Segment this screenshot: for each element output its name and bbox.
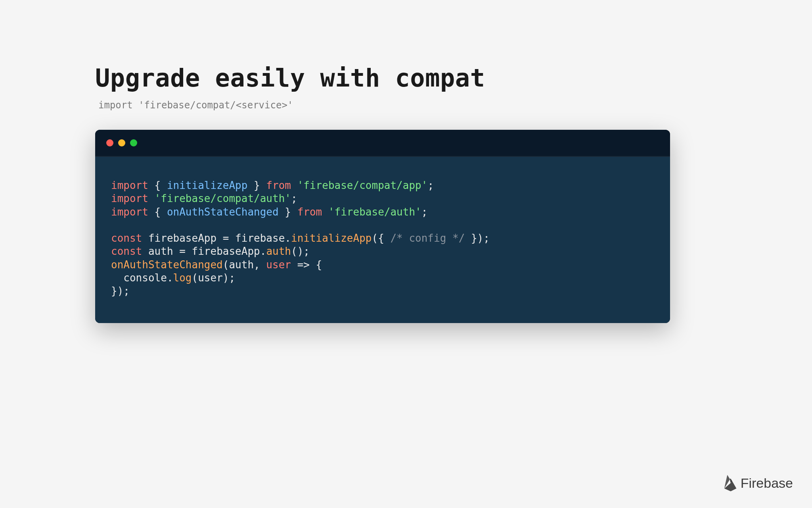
code-token: /* config */ [390,232,465,244]
code-token: ; [427,179,434,191]
slide-title: Upgrade easily with compat [95,64,717,92]
window-header [95,130,670,157]
code-token: firebaseApp [192,245,260,257]
slide-subtitle: import 'firebase/compat/<service>' [98,100,717,111]
code-token: { [148,206,167,218]
code-token: import [111,192,148,204]
code-token: 'firebase/auth' [328,206,421,218]
code-token: console [123,272,167,284]
code-line: import { initializeApp } from 'firebase/… [111,179,654,192]
code-token: from [266,179,291,191]
code-token: firebaseApp [148,232,216,244]
code-token: user [198,272,223,284]
code-token [111,272,123,284]
code-token: ( [192,272,198,284]
code-token: , [254,259,266,271]
code-token: user [266,259,291,271]
code-token: } [247,179,266,191]
code-token [291,179,297,191]
firebase-flame-icon [724,475,737,491]
code-token: onAuthStateChanged [111,259,223,271]
code-token: const [111,232,142,244]
code-token: const [111,245,142,257]
code-token: { [148,179,167,191]
code-token: import [111,206,148,218]
slide-content: Upgrade easily with compat import 'fireb… [0,0,812,323]
code-line: import 'firebase/compat/auth'; [111,192,654,205]
code-token: (); [291,245,310,257]
code-token [148,192,155,204]
code-token: initializeApp [291,232,372,244]
code-token: auth [229,259,254,271]
code-token: . [285,232,291,244]
code-token [142,245,148,257]
code-line: const auth = firebaseApp.auth(); [111,245,654,258]
code-token: 'firebase/compat/app' [297,179,428,191]
code-token: import [111,179,148,191]
code-line: console.log(user); [111,271,654,285]
code-token: = [216,232,235,244]
code-token: } [279,206,297,218]
code-token [142,232,148,244]
code-token: ({ [372,232,390,244]
code-token: from [297,206,322,218]
code-line: onAuthStateChanged(auth, user => { [111,258,654,271]
code-token: => { [291,259,322,271]
code-token: initializeApp [167,179,248,191]
code-token: . [167,272,173,284]
code-window: import { initializeApp } from 'firebase/… [95,130,670,323]
code-line: import { onAuthStateChanged } from 'fire… [111,206,654,219]
code-body: import { initializeApp } from 'firebase/… [95,157,670,323]
traffic-light-red-icon [106,139,113,146]
code-token: }); [111,285,130,297]
code-token: log [173,272,192,284]
code-token [322,206,328,218]
code-token: 'firebase/compat/auth' [155,192,291,204]
code-token: ; [421,206,428,218]
code-line: }); [111,285,654,298]
code-token: }); [465,232,490,244]
code-token: . [260,245,266,257]
code-token: = [173,245,192,257]
code-token: ); [223,272,235,284]
code-token: onAuthStateChanged [167,206,279,218]
code-token: auth [148,245,173,257]
code-line [111,219,654,232]
code-token: firebase [235,232,285,244]
code-token: ( [223,259,229,271]
traffic-light-yellow-icon [118,139,125,146]
firebase-logo: Firebase [724,475,793,491]
code-token: auth [266,245,291,257]
firebase-logo-text: Firebase [741,475,793,491]
code-token [111,219,117,231]
code-line: const firebaseApp = firebase.initializeA… [111,232,654,245]
code-token: ; [291,192,297,204]
traffic-light-green-icon [130,139,137,146]
